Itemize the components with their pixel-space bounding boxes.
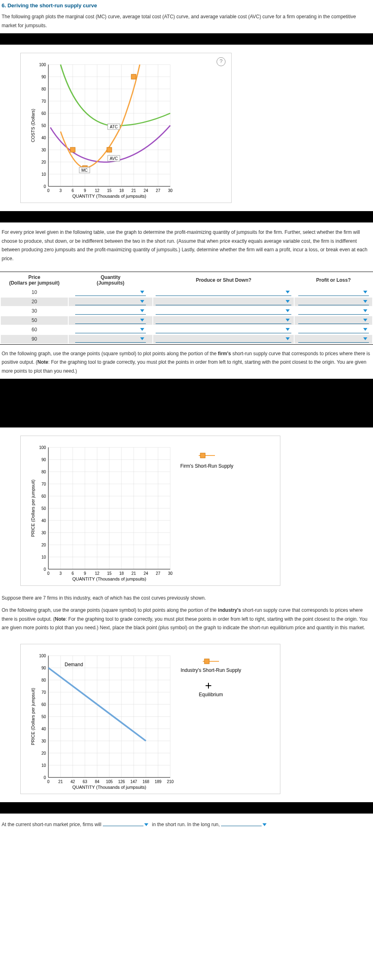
svg-rect-56 [200,453,205,458]
ytick: 30 [41,531,46,535]
qty-dropdown[interactable] [75,336,146,343]
cost-curves-graph[interactable]: ? ATC AVC MC 0 10 20 [20,53,232,203]
svg-rect-24 [70,147,75,152]
ytick: 10 [41,172,46,177]
qty-dropdown[interactable] [75,298,146,305]
legend-firm-supply[interactable]: Firm's Short-Run Supply [180,453,233,469]
ytick: 0 [43,775,46,780]
ytick: 20 [41,751,46,756]
xtick: 9 [84,188,86,193]
fill-in-sentence: At the current short-run market price, f… [0,814,373,844]
ytick: 70 [41,99,46,104]
ytick: 100 [39,63,46,67]
profit-dropdown[interactable] [298,336,369,343]
xtick: 0 [47,188,50,193]
xtick: 0 [47,779,50,784]
produce-dropdown[interactable] [156,326,291,333]
produce-dropdown[interactable] [156,317,291,324]
instructions-3: On the following graph, use the orange p… [0,350,373,379]
instructions-5: On the following graph, use the orange p… [0,606,373,636]
xtick: 0 [47,571,50,576]
ytick: 60 [41,494,46,499]
th-qty-unit: (Jumpsuits) [97,280,124,286]
x-axis-label: QUANTITY (Thousands of jumpsuits) [72,194,146,199]
xtick: 21 [131,188,136,193]
ytick: 70 [41,690,46,695]
produce-dropdown[interactable] [156,336,291,343]
ytick: 70 [41,482,46,486]
caret-icon [262,823,267,826]
xtick: 30 [168,571,173,576]
produce-dropdown[interactable] [156,298,291,305]
demand-curve-label: Demand [65,662,83,667]
ytick: 80 [41,87,46,91]
short-run-dropdown[interactable] [103,826,143,826]
xtick: 21 [58,779,63,784]
produce-dropdown[interactable] [156,308,291,315]
svg-rect-25 [107,147,112,152]
legend-label: Industry's Short-Run Supply [180,667,241,673]
profit-dropdown[interactable] [298,308,369,315]
ytick: 90 [41,75,46,79]
table-row: 30 [1,307,372,315]
xtick: 3 [59,188,62,193]
instructions-2: For every price level given in the follo… [0,222,373,266]
page-title: 6. Deriving the short-run supply curve [0,0,373,13]
legend-label: Equilibrium [199,692,223,697]
xtick: 6 [72,188,74,193]
xtick: 9 [84,571,86,576]
divider-bar [0,211,373,222]
xtick: 30 [168,188,173,193]
ytick: 10 [41,555,46,559]
ytick: 100 [39,445,46,450]
ytick: 0 [43,184,46,189]
help-icon[interactable]: ? [217,57,226,66]
xtick: 12 [95,188,100,193]
ytick: 90 [41,666,46,670]
xtick: 147 [130,779,137,784]
xtick: 27 [156,571,160,576]
xtick: 18 [119,571,124,576]
legend-label: Firm's Short-Run Supply [180,463,233,469]
atc-curve-label: ATC [110,125,117,129]
divider-bar [0,802,373,814]
ytick: 20 [41,160,46,164]
qty-dropdown[interactable] [75,326,146,333]
xtick: 105 [106,779,113,784]
xtick: 3 [59,571,62,576]
xtick: 21 [131,571,136,576]
ytick: 90 [41,458,46,462]
ytick: 50 [41,714,46,719]
instructions-4: Suppose there are 7 firms in this indust… [0,594,373,606]
y-axis-label: COSTS (Dollars) [30,109,35,142]
legend-industry-supply[interactable]: Industry's Short-Run Supply [180,659,241,673]
x-axis-label: QUANTITY (Thousands of jumpsuits) [72,785,146,790]
table-row: 10 [1,288,372,297]
xtick: 42 [70,779,75,784]
ytick: 60 [41,111,46,116]
intro-text: The following graph plots the marginal c… [0,13,373,33]
legend-equilibrium[interactable]: Equilibrium [199,683,223,697]
price-cell: 60 [1,326,68,334]
xtick: 189 [155,779,162,784]
profit-dropdown[interactable] [298,317,369,324]
ytick: 50 [41,123,46,128]
xtick: 15 [107,188,112,193]
firm-supply-graph[interactable]: 0 10 20 30 40 50 60 70 80 90 100 0 3 6 9… [20,436,280,586]
profit-dropdown[interactable] [298,298,369,305]
xtick: 63 [82,779,87,784]
industry-supply-graph[interactable]: Demand 0 10 20 30 40 50 60 70 80 90 100 … [20,644,280,794]
ytick: 50 [41,506,46,511]
qty-dropdown[interactable] [75,308,146,315]
produce-dropdown[interactable] [156,289,291,296]
profit-dropdown[interactable] [298,289,369,296]
ytick: 40 [41,518,46,523]
profit-dropdown[interactable] [298,326,369,333]
xtick: 210 [167,779,174,784]
xtick: 24 [143,188,148,193]
qty-dropdown[interactable] [75,317,146,324]
table-row: 50 [1,316,372,325]
long-run-dropdown[interactable] [221,826,262,826]
th-price-unit: (Dollars per jumpsuit) [9,280,59,286]
qty-dropdown[interactable] [75,289,146,296]
